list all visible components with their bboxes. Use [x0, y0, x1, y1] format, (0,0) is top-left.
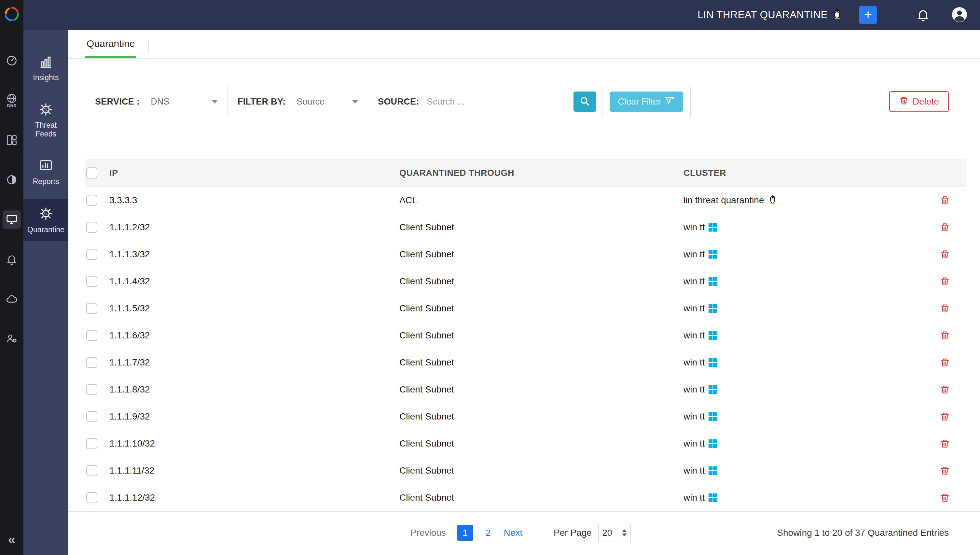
left-icon-rail: DNS [0, 0, 24, 555]
delete-row-button[interactable] [940, 411, 950, 422]
table-row: 1.1.1.5/32 Client Subnet win tt [85, 295, 967, 322]
delete-row-button[interactable] [940, 465, 950, 476]
sidebar-item-reports[interactable]: Reports [24, 151, 68, 193]
row-quarantined-through: Client Subnet [400, 249, 684, 260]
row-checkbox[interactable] [86, 438, 98, 449]
bar-chart-icon [39, 55, 53, 71]
search-button[interactable] [574, 91, 596, 112]
row-cluster: win tt [684, 330, 923, 341]
column-header-cluster: CLUSTER [684, 168, 923, 178]
sidebar-item-threat-feeds[interactable]: Threat Feeds [24, 95, 68, 145]
app-logo[interactable] [2, 5, 21, 24]
page-title-text: LIN THREAT QUARANTINE [697, 9, 828, 21]
report-icon [39, 158, 53, 174]
table-row: 1.1.1.10/32 Client Subnet win tt [85, 430, 967, 457]
table-row: 1.1.1.8/32 Client Subnet win tt [85, 376, 967, 403]
filter-box: SERVICE : DNS FILTER BY: Source SOURCE: [85, 86, 691, 117]
delete-row-button[interactable] [940, 438, 950, 449]
tab-bar: Quarantine [68, 30, 980, 59]
row-quarantined-through: Client Subnet [400, 492, 684, 503]
row-quarantined-through: Client Subnet [400, 438, 684, 449]
page-title: LIN THREAT QUARANTINE [697, 8, 843, 22]
filter-by-label: FILTER BY: [238, 97, 285, 107]
admin-gear-icon[interactable] [3, 330, 21, 348]
delete-row-button[interactable] [940, 384, 950, 395]
row-cluster: win tt [684, 384, 923, 395]
previous-page-link[interactable]: Previous [411, 528, 446, 538]
row-cluster: win tt [684, 465, 923, 476]
row-ip: 3.3.3.3 [109, 195, 400, 205]
sidebar-item-label: Quarantine [27, 225, 64, 234]
delete-button-label: Delete [913, 96, 939, 107]
workstation-icon[interactable] [3, 210, 21, 229]
per-page-select[interactable]: 20 [598, 524, 631, 542]
row-checkbox[interactable] [86, 492, 98, 503]
next-page-link[interactable]: Next [504, 528, 523, 538]
filter-clear-icon [665, 96, 675, 107]
source-search-input[interactable] [427, 97, 564, 107]
row-quarantined-through: ACL [400, 195, 684, 205]
delete-row-button[interactable] [940, 357, 950, 368]
divider [602, 86, 603, 117]
windows-icon [708, 385, 717, 394]
row-cluster: win tt [684, 357, 923, 368]
windows-icon [708, 277, 717, 286]
table-row: 1.1.1.6/32 Client Subnet win tt [85, 322, 967, 349]
row-checkbox[interactable] [86, 249, 98, 260]
service-select[interactable]: SERVICE : DNS [85, 86, 227, 117]
virus-icon [39, 207, 53, 223]
row-checkbox[interactable] [86, 276, 98, 287]
collapse-sidebar-button[interactable]: « [8, 533, 15, 546]
dns-globe-icon[interactable]: DNS [3, 91, 21, 109]
sidebar-item-quarantine[interactable]: Quarantine [24, 199, 68, 241]
select-all-checkbox[interactable] [86, 167, 98, 178]
tab-quarantine[interactable]: Quarantine [85, 38, 136, 58]
sidebar-item-label: Insights [33, 73, 59, 82]
delete-row-button[interactable] [940, 276, 950, 287]
delete-row-button[interactable] [940, 222, 950, 233]
row-cluster: win tt [684, 303, 923, 314]
dark-mode-icon[interactable] [3, 171, 21, 189]
delete-row-button[interactable] [940, 303, 950, 314]
row-checkbox[interactable] [86, 384, 98, 395]
row-cluster: win tt [684, 492, 923, 503]
table-row: 3.3.3.3 ACL lin threat quarantine [85, 187, 967, 214]
sidebar-item-insights[interactable]: Insights [24, 48, 68, 89]
row-checkbox[interactable] [86, 303, 98, 314]
filter-by-value: Source [296, 97, 325, 107]
add-button[interactable]: + [859, 6, 877, 24]
cloud-icon[interactable] [3, 290, 21, 308]
row-checkbox[interactable] [86, 195, 98, 206]
windows-icon [708, 331, 717, 340]
app-grid-icon[interactable] [3, 131, 21, 149]
quarantine-table: IP QUARANTINED THROUGH CLUSTER 3.3.3.3 A… [85, 159, 967, 512]
row-checkbox[interactable] [86, 357, 98, 368]
topbar: LIN THREAT QUARANTINE + [24, 0, 980, 30]
row-ip: 1.1.1.9/32 [109, 411, 400, 422]
notifications-bell-icon[interactable] [916, 8, 930, 22]
delete-button[interactable]: Delete [889, 91, 949, 112]
filter-by-select[interactable]: FILTER BY: Source [228, 86, 368, 117]
row-ip: 1.1.1.10/32 [109, 438, 400, 449]
account-avatar-icon[interactable] [951, 6, 968, 24]
sidebar-item-label: Threat Feeds [26, 121, 66, 138]
row-checkbox[interactable] [86, 222, 98, 233]
delete-row-button[interactable] [940, 492, 950, 503]
row-cluster: win tt [684, 276, 923, 287]
row-checkbox[interactable] [86, 465, 98, 476]
row-quarantined-through: Client Subnet [400, 276, 684, 287]
delete-row-button[interactable] [940, 330, 950, 341]
clear-filter-button[interactable]: Clear Filter [610, 91, 683, 112]
delete-row-button[interactable] [940, 195, 950, 205]
page-button-1[interactable]: 1 [457, 525, 473, 541]
dns-label: DNS [7, 103, 17, 108]
page-button-2[interactable]: 2 [482, 526, 494, 540]
row-checkbox[interactable] [86, 411, 98, 422]
delete-row-button[interactable] [940, 249, 950, 260]
stepper-arrows-icon [622, 529, 627, 536]
table-row: 1.1.1.4/32 Client Subnet win tt [85, 268, 967, 295]
speedometer-icon[interactable] [3, 51, 21, 70]
bell-icon[interactable] [3, 250, 21, 268]
row-quarantined-through: Client Subnet [400, 465, 684, 476]
row-checkbox[interactable] [86, 330, 98, 341]
